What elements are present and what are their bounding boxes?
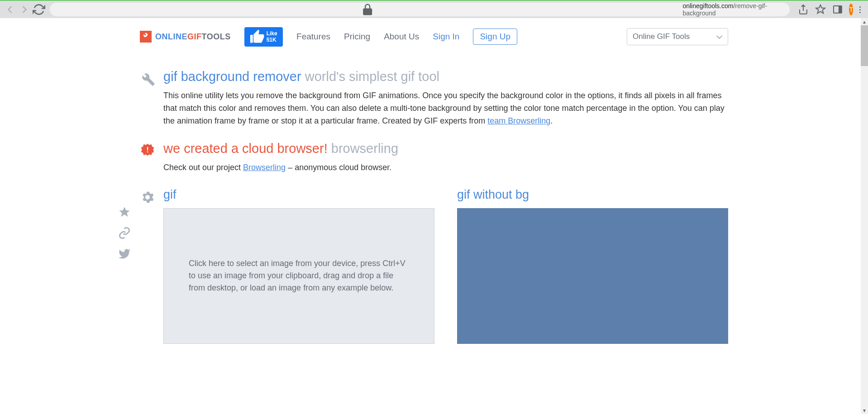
nav-about[interactable]: About Us	[384, 32, 419, 42]
site-nav: ONLINEGIFTOOLS Like 51K Features Pricing…	[140, 27, 728, 47]
scrollbar-track[interactable]: ▲ ▼	[861, 18, 868, 414]
share-icon[interactable]	[798, 4, 809, 15]
lock-icon	[56, 3, 679, 16]
nav-pricing[interactable]: Pricing	[344, 32, 370, 42]
nav-signin[interactable]: Sign In	[433, 32, 459, 42]
side-rail	[118, 206, 131, 260]
reload-button[interactable]	[33, 3, 45, 16]
page-title: gif background remover world's simplest …	[163, 69, 728, 84]
badge-icon: !	[140, 141, 155, 160]
svg-rect-1	[839, 6, 842, 13]
url-text: onlinegiftools.com/remove-gif-background	[682, 2, 783, 17]
tool-section: gif Click here to select an image from y…	[140, 188, 728, 344]
logo-icon	[140, 31, 152, 43]
gear-icon[interactable]	[140, 188, 155, 207]
nav-features[interactable]: Features	[296, 32, 330, 42]
logo[interactable]: ONLINEGIFTOOLS	[140, 31, 231, 43]
thumbs-up-icon	[249, 29, 265, 45]
link-icon[interactable]	[118, 227, 131, 239]
star-icon[interactable]	[118, 206, 131, 219]
output-pane: gif without bg	[457, 188, 728, 344]
facebook-like-button[interactable]: Like 51K	[244, 27, 283, 47]
scroll-down-icon[interactable]: ▼	[861, 407, 868, 414]
back-button[interactable]	[4, 3, 16, 16]
forward-button[interactable]	[18, 3, 31, 16]
wrench-icon	[140, 69, 155, 88]
team-browserling-link[interactable]: team Browserling	[487, 116, 550, 125]
page-viewport: ▲ ▼ ONLINEGIFTOOLS Like 51K Features Pri…	[0, 18, 868, 414]
browser-toolbar: onlinegiftools.com/remove-gif-background…	[0, 0, 868, 18]
output-pane-title: gif without bg	[457, 188, 728, 202]
logo-text: ONLINEGIFTOOLS	[155, 32, 231, 42]
address-bar[interactable]: onlinegiftools.com/remove-gif-background	[50, 3, 790, 16]
panel-icon[interactable]	[832, 4, 843, 15]
signup-button[interactable]: Sign Up	[473, 29, 517, 45]
profile-avatar[interactable]: T	[849, 4, 853, 15]
svg-text:!: !	[146, 146, 148, 154]
browserling-link[interactable]: Browserling	[243, 163, 286, 172]
promo-text: Check out our project Browserling – anon…	[163, 162, 728, 174]
bookmark-star-icon[interactable]	[815, 4, 826, 15]
scroll-up-icon[interactable]: ▲	[861, 18, 868, 25]
promo-title: we created a cloud browser! browserling	[163, 141, 728, 156]
twitter-icon[interactable]	[118, 247, 131, 260]
output-preview	[457, 208, 728, 344]
page-description: This online utility lets you remove the …	[163, 90, 728, 128]
file-dropzone[interactable]: Click here to select an image from your …	[163, 208, 434, 344]
input-pane: gif Click here to select an image from y…	[163, 188, 434, 344]
tool-selector[interactable]: Online GIF Tools	[627, 28, 728, 45]
menu-icon[interactable]	[859, 6, 861, 13]
input-pane-title: gif	[163, 188, 434, 202]
promo-section: ! we created a cloud browser! browserlin…	[140, 141, 728, 174]
scrollbar-thumb[interactable]	[861, 25, 868, 66]
hero-section: gif background remover world's simplest …	[140, 69, 728, 128]
